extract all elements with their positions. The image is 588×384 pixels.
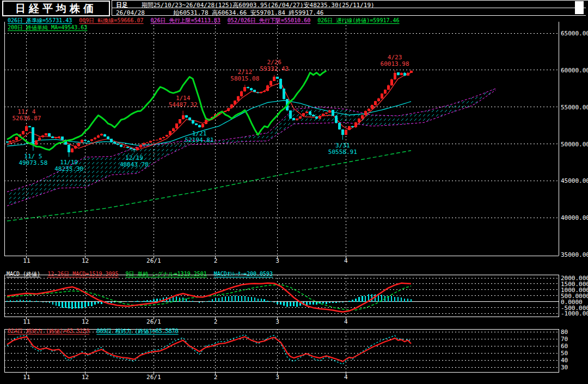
month-label: 11 xyxy=(23,257,30,264)
month-label: 4 xyxy=(344,257,348,264)
month-label: 2 xyxy=(214,318,218,325)
legend-item: 052/026日 先行下限=55010.60 xyxy=(228,17,310,23)
header-top-divider xyxy=(112,0,588,1)
macd-plot-area[interactable] xyxy=(4,275,559,317)
header-white-block[interactable] xyxy=(575,1,584,14)
y-axis-label: 60 xyxy=(561,343,568,350)
month-label: 3 xyxy=(275,318,279,325)
month-label: 12 xyxy=(82,374,89,381)
y-axis-label: 35000.00 xyxy=(561,251,588,258)
month-label: 12 xyxy=(82,318,89,325)
legend-item: MACD (終値) xyxy=(7,271,40,277)
header-divider-1 xyxy=(112,8,586,8)
chart-canvas[interactable]: 11/ 452636.8711/ 549073.5811/1948235.301… xyxy=(0,0,588,384)
month-label: 26/1 xyxy=(146,257,161,264)
month-label: 26/1 xyxy=(146,374,161,381)
macd-legend: MACD (終値)12-26日 MACD=1519.30959日 単純 シグナル… xyxy=(7,270,280,278)
y-axis-label: 40 xyxy=(561,357,568,364)
y-axis-label: 40000.00 xyxy=(561,214,588,221)
month-label: 4 xyxy=(344,318,348,325)
legend-item: 009日 転換線=59666.07 xyxy=(79,17,143,23)
y-axis-label: 55000.00 xyxy=(561,104,588,111)
month-label: 2 xyxy=(214,374,218,381)
y-axis-label: 60000.00 xyxy=(561,67,588,74)
legend-item: 9日 単純 シグナル=1319.2501 xyxy=(126,271,207,277)
legend-item: 12-26日 MACD=1519.3095 xyxy=(47,271,118,277)
y-axis-label: 80 xyxy=(561,329,568,336)
legend-item: 026日 先行上限=54113.83 xyxy=(151,17,220,23)
legend-item: 200日 終値単純 MA=49543.63 xyxy=(8,24,87,30)
month-label: 11 xyxy=(23,374,30,381)
legend-item: MACDｵｼﾚｰﾀｰ=200.0593 xyxy=(214,271,273,277)
rsi-legend: 014日 相対力 (終値)=63.3159009日 相対力 (終値)=65.58… xyxy=(8,327,186,335)
legend-item: 026日 遅行線(終値)=59917.46 xyxy=(317,17,399,23)
month-label: 12 xyxy=(82,257,89,264)
y-axis-label: 70 xyxy=(561,336,568,343)
legend-item: 014日 相対力 (終値)=63.3159 xyxy=(8,328,89,334)
header-divider-2 xyxy=(112,15,586,16)
main-legend-line1: 026日 基準線=55731.43009日 転換線=59666.07026日 先… xyxy=(8,17,407,24)
rsi-plot-area[interactable] xyxy=(4,329,559,372)
legend-item: 026日 基準線=55731.43 xyxy=(8,17,72,23)
month-label: 2 xyxy=(214,257,218,264)
y-axis-label: 30 xyxy=(561,364,568,371)
month-label: 11 xyxy=(23,318,30,325)
y-axis-label: -1000.00 xyxy=(561,310,588,317)
month-label: 3 xyxy=(275,257,279,264)
month-label: 4 xyxy=(344,374,348,381)
y-axis-label: 50 xyxy=(561,350,568,357)
y-axis-label: 50000.00 xyxy=(561,141,588,148)
month-label: 26/1 xyxy=(146,318,161,325)
legend-item: 009日 相対力 (終値)=65.5870 xyxy=(96,328,178,334)
chart-title-box: 日経平均株価 xyxy=(2,1,110,16)
y-axis-label: 65000.00 xyxy=(561,30,588,37)
price-plot-area[interactable] xyxy=(4,22,559,256)
page-title: 日経平均株価 xyxy=(15,2,97,16)
month-label: 3 xyxy=(275,374,279,381)
y-axis-label: 45000.00 xyxy=(561,177,588,184)
main-legend-line2: 200日 終値単純 MA=49543.63 xyxy=(8,24,94,32)
app-window: 11/ 452636.8711/ 549073.5811/1948235.301… xyxy=(0,0,588,384)
